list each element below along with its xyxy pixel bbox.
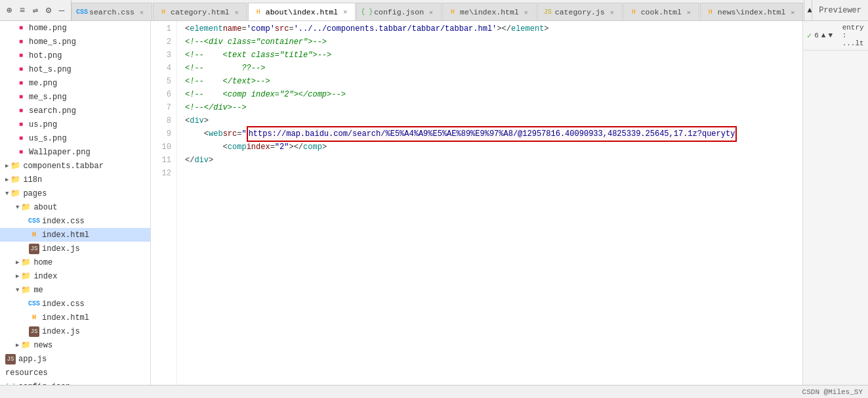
code-line-2: <!--<div class="container">-->	[185, 35, 802, 49]
sidebar-label: home.png	[29, 24, 67, 33]
tab-close-news-index-html[interactable]: ✕	[788, 8, 797, 17]
sidebar-label: components.tabbar	[23, 162, 103, 171]
folder-icon: 📁	[10, 188, 20, 199]
gear-icon[interactable]: ⚙	[43, 5, 54, 16]
previewer-tab[interactable]: Previewer	[812, 0, 868, 20]
tab-close-cook-html[interactable]: ✕	[684, 8, 693, 17]
html-file-icon-me: H	[448, 8, 457, 17]
sidebar-label: index	[33, 272, 57, 281]
line-numbers: 1 2 3 4 5 6 7 8 9 10 11 12	[151, 21, 177, 385]
folder-icon: 📁	[20, 285, 31, 296]
sidebar-item-news-folder[interactable]: ▶ 📁 news	[0, 338, 150, 352]
sidebar-label: index.html	[42, 231, 89, 240]
sidebar-item-index-folder[interactable]: ▶ 📁 index	[0, 269, 150, 283]
code-line-6: <!-- <comp index="2"></comp>-->	[185, 88, 802, 101]
tab-close-category-js[interactable]: ✕	[608, 8, 617, 17]
minus-icon[interactable]: —	[56, 5, 67, 16]
css-file-icon: CSS	[29, 299, 39, 309]
sidebar-item-me-index-js[interactable]: JS index.js	[0, 324, 150, 338]
sidebar-item-components-tabbar[interactable]: ▶ 📁 components.tabbar	[0, 159, 150, 173]
png-file-icon: ■	[16, 78, 26, 89]
sidebar-label: me.png	[29, 79, 57, 88]
js-file-icon: JS	[29, 326, 39, 337]
chevron-down-icon: ▼	[5, 190, 9, 197]
sidebar-item-me-index-html[interactable]: H index.html	[0, 311, 150, 324]
tab-search-css[interactable]: CSS search.css ✕	[72, 3, 152, 20]
code-editor[interactable]: 1 2 3 4 5 6 7 8 9 10 11 12 <element name…	[151, 21, 802, 385]
folder-icon: 📁	[20, 202, 31, 213]
css-file-icon: CSS	[29, 216, 39, 227]
list-icon[interactable]: ≡	[17, 5, 28, 16]
sidebar-label: news	[33, 341, 52, 350]
sidebar-item-us_s-png[interactable]: ■ us_s.png	[0, 131, 150, 145]
sidebar-item-config-json[interactable]: { } config.json	[0, 380, 150, 385]
tab-category-js[interactable]: JS category.js ✕	[537, 3, 623, 20]
sidebar-item-i18n[interactable]: ▶ 📁 i18n	[0, 173, 150, 187]
tab-config-json[interactable]: { } config.json ✕	[356, 3, 442, 20]
tab-about-index-html[interactable]: H about\index.html ✕	[248, 3, 356, 20]
right-panel: ✓ 6 ▲ ▼ entry : ...lt	[802, 21, 868, 385]
sidebar-item-search-png[interactable]: ■ search.png	[0, 104, 150, 118]
html-file-icon-active: H	[254, 7, 263, 16]
png-file-icon: ■	[16, 23, 26, 33]
sidebar-item-about-index-css[interactable]: CSS index.css	[0, 214, 150, 228]
sidebar: ■ home.png ■ home_s.png ■ hot.png ■ hot_…	[0, 21, 151, 385]
tab-overflow[interactable]: ▲ ▼	[804, 0, 812, 20]
png-file-icon: ■	[16, 64, 26, 75]
transfer-icon[interactable]: ⇌	[30, 5, 41, 16]
sidebar-item-me-folder[interactable]: ▼ 📁 me	[0, 283, 150, 297]
sidebar-item-us-png[interactable]: ■ us.png	[0, 118, 150, 131]
tab-close-me-index-html[interactable]: ✕	[522, 8, 531, 17]
entry-down-icon[interactable]: ▼	[828, 32, 833, 39]
tab-label: category.js	[555, 8, 605, 16]
sidebar-item-resources[interactable]: resources	[0, 366, 150, 380]
sidebar-label: pages	[23, 189, 47, 198]
sidebar-item-home_s-png[interactable]: ■ home_s.png	[0, 35, 150, 49]
sidebar-item-about-index-js[interactable]: JS index.js	[0, 242, 150, 255]
sidebar-label: me_s.png	[29, 93, 67, 102]
tab-close-search-css[interactable]: ✕	[137, 8, 146, 17]
tab-label: config.json	[374, 8, 424, 16]
sidebar-item-about-index-html[interactable]: H index.html	[0, 228, 150, 242]
png-file-icon: ■	[16, 147, 26, 158]
png-file-icon: ■	[16, 120, 26, 130]
sidebar-item-home-png[interactable]: ■ home.png	[0, 21, 150, 35]
chevron-right-icon: ▶	[16, 273, 19, 280]
tab-me-index-html[interactable]: H me\index.html ✕	[442, 3, 537, 20]
sidebar-item-home-folder[interactable]: ▶ 📁 home	[0, 255, 150, 269]
png-file-icon: ■	[16, 106, 26, 116]
sidebar-label: us_s.png	[29, 134, 67, 143]
main-area: ■ home.png ■ home_s.png ■ hot.png ■ hot_…	[0, 21, 868, 385]
sidebar-item-hot-png[interactable]: ■ hot.png	[0, 49, 150, 62]
line-num-12: 12	[156, 167, 171, 180]
line-num-7: 7	[156, 101, 171, 114]
sidebar-item-pages[interactable]: ▼ 📁 pages	[0, 187, 150, 200]
code-line-7: <!--</div>-->	[185, 101, 802, 114]
tab-category-html[interactable]: H category.html ✕	[153, 3, 247, 20]
sidebar-label: home	[33, 258, 52, 267]
tab-news-index-html[interactable]: H news\index.html ✕	[700, 3, 804, 20]
tab-close-category-html[interactable]: ✕	[232, 8, 241, 17]
tab-close-config-json[interactable]: ✕	[426, 8, 436, 17]
sidebar-label: app.js	[18, 355, 47, 364]
sidebar-item-wallpaper-png[interactable]: ■ Wallpaper.png	[0, 145, 150, 159]
tab-cook-html[interactable]: H cook.html ✕	[623, 3, 699, 20]
html-file-icon-news: H	[706, 8, 715, 17]
code-line-4: <!-- ??-->	[185, 62, 802, 75]
sidebar-item-hot_s-png[interactable]: ■ hot_s.png	[0, 62, 150, 76]
line-num-5: 5	[156, 75, 171, 88]
sidebar-item-me_s-png[interactable]: ■ me_s.png	[0, 90, 150, 104]
sidebar-item-about[interactable]: ▼ 📁 about	[0, 200, 150, 214]
tab-label: news\index.html	[718, 8, 786, 16]
sidebar-item-me-png[interactable]: ■ me.png	[0, 76, 150, 90]
sidebar-item-me-index-css[interactable]: CSS index.css	[0, 297, 150, 311]
entry-up-icon[interactable]: ▲	[821, 32, 826, 39]
sidebar-item-app-js[interactable]: JS app.js	[0, 352, 150, 366]
code-line-11: </div>	[185, 154, 802, 167]
compass-icon[interactable]: ⊕	[4, 5, 14, 16]
sidebar-label: search.png	[29, 106, 76, 116]
tab-label: about\index.html	[266, 8, 338, 16]
tab-bar: ⊕ ≡ ⇌ ⚙ — CSS search.css ✕ H category.ht…	[0, 0, 868, 21]
code-line-3: <!-- <text class="title">-->	[185, 49, 802, 62]
tab-close-about-index-html[interactable]: ✕	[341, 7, 350, 16]
